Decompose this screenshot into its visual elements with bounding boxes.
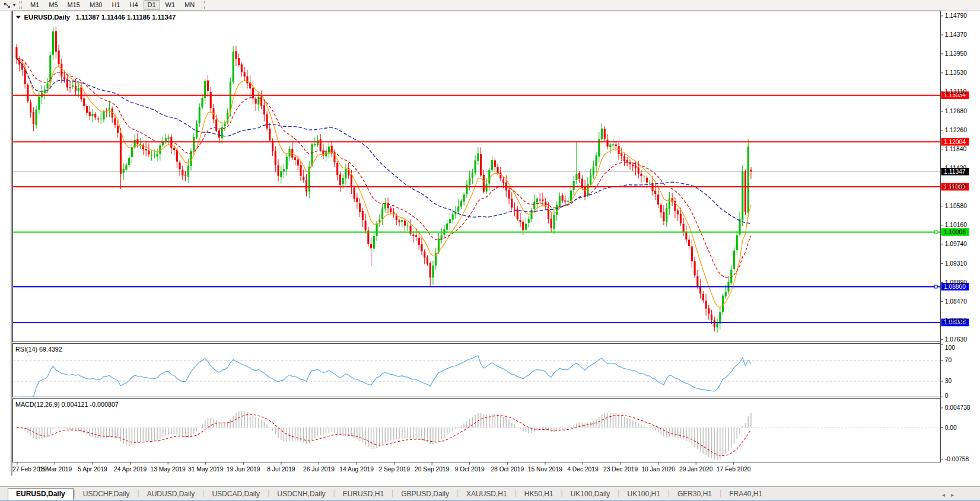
tab-xauusd-h1[interactable]: XAUUSD,H1 [459, 489, 515, 500]
date-tick: 26 Jul 2019 [303, 466, 335, 473]
tab-scroll-left-icon[interactable]: ◂ [942, 492, 951, 498]
price-tick: 1.07630 [945, 336, 967, 343]
timeframe-button-m15[interactable]: M15 [63, 0, 84, 10]
timeframe-button-m5[interactable]: M5 [44, 0, 62, 10]
macd-tick: -0.00758 [945, 456, 969, 462]
timeframe-button-w1[interactable]: W1 [161, 0, 180, 10]
date-tick: 24 Apr 2019 [114, 466, 147, 473]
tab-uk100-daily[interactable]: UK100,Daily [563, 489, 618, 500]
mt4-window: ▾ M1M5M15M30H1H4D1W1MN 1.130341.120041.1… [0, 0, 980, 501]
macd-tick: 0.00 [945, 425, 957, 431]
chevron-down-icon[interactable]: ▾ [13, 2, 15, 8]
date-tick: 9 Oct 2019 [455, 466, 485, 473]
toolbar-separator [19, 1, 22, 9]
price-tick: 1.13110 [945, 88, 967, 95]
price-tick: 1.14370 [945, 31, 967, 38]
rsi-tick: 70 [945, 357, 952, 363]
price-axis-labels: 1.147901.143701.139501.135301.131101.126… [940, 12, 970, 462]
tab-uk100-h1[interactable]: UK100,H1 [619, 489, 667, 500]
bid-price-value: 1.11347 [944, 168, 966, 175]
price-tick: 1.08050 [945, 317, 967, 324]
date-tick: 17 Feb 2020 [717, 466, 751, 473]
date-tick: 28 Oct 2019 [491, 466, 524, 473]
date-tick: 15 Nov 2019 [528, 466, 562, 473]
chart-tab-bar: EURUSD,Daily|USDCHF,Daily|AUDUSD,Daily|U… [0, 486, 980, 500]
date-tick: 13 May 2019 [151, 466, 186, 473]
price-tick: 1.11840 [945, 146, 967, 152]
hline-price-label: 1.12004 [944, 139, 966, 145]
main-panel [13, 11, 941, 342]
tab-hk50-h1[interactable]: HK50,H1 [517, 489, 561, 500]
tab-scroll-right-icon[interactable]: ▸ [951, 492, 960, 498]
date-tick: 14 Aug 2019 [339, 466, 374, 473]
macd-tick: 0.004738 [945, 404, 971, 411]
chart-title-symbol: EURUSD,Daily [24, 14, 71, 21]
price-tick: 1.13530 [945, 69, 967, 76]
rsi-tick: 30 [945, 378, 952, 384]
date-tick: 2 Sep 2019 [378, 466, 410, 473]
macd-label: MACD(12,26,9) 0.004121 -0.000807 [15, 401, 119, 408]
timeframe-buttons: M1M5M15M30H1H4D1W1MN [26, 0, 200, 10]
chart-cursor-icon[interactable] [3, 2, 11, 9]
date-tick: 31 May 2019 [188, 466, 224, 473]
rsi-tick: 100 [945, 344, 955, 351]
tab-usdcnh-daily[interactable]: USDCNH,Daily [269, 489, 333, 500]
hline-price-label: 1.10008 [944, 229, 966, 235]
toolbar-separator [202, 1, 205, 9]
date-tick: 18 Mar 2019 [38, 466, 72, 473]
rsi-label: RSI(14) 69.4392 [15, 346, 62, 353]
date-tick: 10 Jan 2020 [641, 466, 675, 473]
tab-scroll-arrows[interactable]: ◂▸ [942, 492, 960, 498]
timeframe-button-h1[interactable]: H1 [107, 0, 124, 10]
date-tick: 23 Dec 2019 [603, 466, 638, 473]
timeframe-toolbar: ▾ M1M5M15M30H1H4D1W1MN [0, 0, 980, 11]
timeframe-button-d1[interactable]: D1 [144, 0, 160, 10]
date-axis[interactable]: 27 Feb 201918 Mar 20195 Apr 201924 Apr 2… [12, 462, 751, 473]
price-chart: 1.130341.120041.110091.100081.088001.080… [0, 11, 980, 486]
chart-title-ohlc: 1.11387 1.11446 1.11185 1.11347 [76, 14, 176, 21]
price-tick: 1.12260 [945, 127, 967, 133]
hline-handle[interactable] [934, 285, 937, 288]
date-tick: 29 Jan 2020 [679, 466, 713, 473]
tab-eurusd-daily[interactable]: EURUSD,Daily [8, 488, 74, 500]
tab-usdchf-daily[interactable]: USDCHF,Daily [75, 489, 138, 500]
tab-usdcad-daily[interactable]: USDCAD,Daily [204, 489, 268, 500]
timeframe-button-m30[interactable]: M30 [85, 0, 106, 10]
date-tick: 19 Jun 2019 [227, 466, 260, 473]
price-tick: 1.13950 [945, 50, 967, 57]
tab-audusd-daily[interactable]: AUDUSD,Daily [139, 489, 203, 500]
timeframe-button-h4[interactable]: H4 [125, 0, 142, 10]
price-tick: 1.11000 [945, 184, 967, 190]
price-tick: 1.09740 [945, 241, 967, 247]
timeframe-button-m1[interactable]: M1 [26, 0, 43, 10]
rsi-panel [13, 343, 941, 397]
tab-eurusd-h1[interactable]: EURUSD,H1 [335, 489, 392, 500]
rsi-tick: 0 [945, 392, 949, 399]
hline-handle[interactable] [934, 231, 937, 234]
price-tick: 1.09310 [945, 260, 967, 267]
price-tick: 1.12680 [945, 108, 967, 114]
tab-gbpusd-daily[interactable]: GBPUSD,Daily [393, 489, 457, 500]
tab-ger30-h1[interactable]: GER30,H1 [670, 489, 720, 500]
date-tick: 20 Sep 2019 [415, 466, 449, 473]
price-tick: 1.08470 [945, 298, 967, 305]
timeframe-button-mn[interactable]: MN [180, 0, 199, 10]
price-tick: 1.08890 [945, 279, 967, 286]
date-tick: 8 Jul 2019 [267, 466, 295, 473]
date-tick: 5 Apr 2019 [78, 466, 107, 473]
price-tick: 1.10160 [945, 222, 967, 228]
tab-fra40-h1[interactable]: FRA40,H1 [721, 489, 770, 500]
price-tick: 1.14790 [945, 12, 967, 19]
price-tick: 1.10580 [945, 203, 967, 209]
date-tick: 4 Dec 2019 [567, 466, 599, 473]
